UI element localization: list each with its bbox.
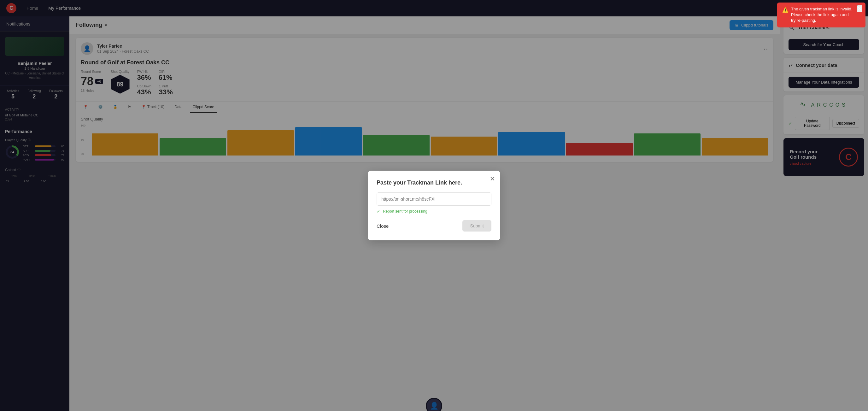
trackman-modal: ✕ Paste your Trackman Link here. ✓ Repor… [368,171,500,240]
error-close-button[interactable]: ✕ [857,5,862,12]
modal-footer: Close Submit [377,220,491,231]
trackman-link-input[interactable] [377,192,491,205]
modal-overlay: ✕ Paste your Trackman Link here. ✓ Repor… [0,0,868,411]
modal-success-message: ✓ Report sent for processing [377,209,491,214]
warning-icon: ⚠️ [782,7,788,13]
check-icon: ✓ [377,209,380,214]
error-banner: ⚠️ The given trackman link is invalid. P… [777,2,866,27]
modal-close-x-button[interactable]: ✕ [490,175,495,183]
modal-title: Paste your Trackman Link here. [377,180,491,186]
modal-close-button[interactable]: Close [377,223,389,229]
modal-submit-button[interactable]: Submit [462,220,491,231]
